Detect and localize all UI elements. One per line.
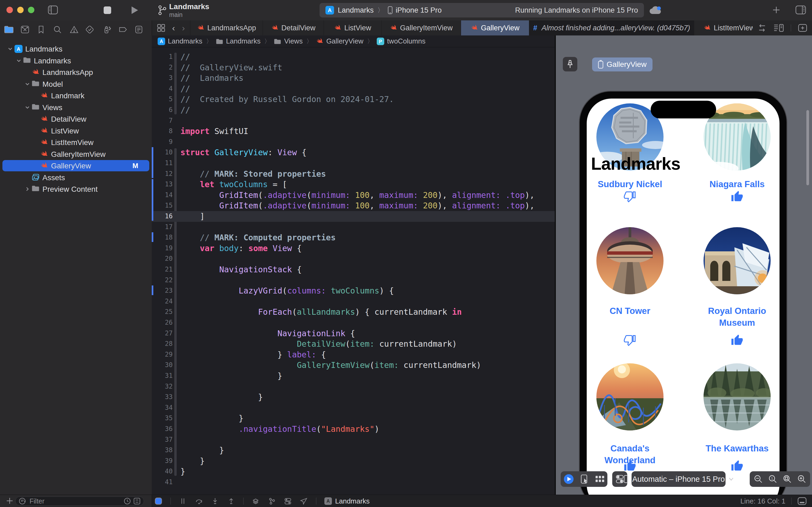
code-line-34[interactable]: 34 <box>152 402 555 413</box>
sidebar-item-galleryitemview[interactable]: GalleryItemView <box>0 148 152 160</box>
minimap-editor-options-icon[interactable] <box>773 24 784 32</box>
sidebar-item-preview-content[interactable]: Preview Content <box>0 183 152 195</box>
sidebar-item-detailview[interactable]: DetailView <box>0 113 152 125</box>
code-line-5[interactable]: 5// Created by Russell Gordon on 2024-01… <box>152 94 555 105</box>
running-app-label[interactable]: ALandmarks <box>325 497 370 505</box>
code-line-41[interactable]: 41 <box>152 477 555 488</box>
sidebar-item-listitemview[interactable]: ListItemView <box>0 136 152 148</box>
memory-graph-button[interactable] <box>268 497 276 505</box>
landmark-photo-cn-tower[interactable] <box>596 227 663 294</box>
code-line-23[interactable]: 23 LazyVGrid(columns: twoColumns) { <box>152 285 555 296</box>
scheme-project[interactable]: Landmarks <box>338 6 374 14</box>
disclosure-down-icon[interactable] <box>25 81 31 87</box>
breadcrumb-landmarks[interactable]: Landmarks <box>216 37 261 45</box>
code-line-14[interactable]: 14 GridItem(.adaptive(minimum: 100, maxi… <box>152 190 555 201</box>
code-line-21[interactable]: 21 NavigationStack { <box>152 264 555 275</box>
code-line-26[interactable]: 26 <box>152 318 555 328</box>
landmark-photo-the-kawarthas[interactable] <box>703 363 771 431</box>
breadcrumb-landmarks[interactable]: ALandmarks <box>158 37 202 45</box>
swap-editor-icon[interactable] <box>757 24 767 32</box>
related-items-icon[interactable] <box>157 24 165 32</box>
sidebar-item-landmarks[interactable]: ALandmarks <box>0 43 152 55</box>
step-over-button[interactable] <box>195 497 203 505</box>
scheme-device[interactable]: iPhone 15 Pro <box>396 6 442 14</box>
code-line-18[interactable]: 18 // MARK: Computed properties <box>152 232 555 243</box>
pin-preview-button[interactable] <box>563 57 577 71</box>
preview-target-chip[interactable]: GalleryView <box>592 57 652 71</box>
code-line-36[interactable]: 36 .navigationTitle("Landmarks") <box>152 424 555 435</box>
disclosure-down-icon[interactable] <box>16 58 22 64</box>
code-line-35[interactable]: 35 } <box>152 413 555 424</box>
add-editor-button[interactable] <box>798 24 807 32</box>
sidebar-toggle-icon[interactable] <box>48 5 58 14</box>
landmark-photo-canada-s-wonderland[interactable] <box>596 363 663 431</box>
code-line-38[interactable]: 38 } <box>152 445 555 456</box>
landmark-name-cn-tower[interactable]: CN Tower <box>588 305 672 317</box>
activity-scheme-bar[interactable]: A Landmarks 〉 iPhone 15 Pro Running Land… <box>320 3 644 17</box>
code-line-17[interactable]: 17 <box>152 222 555 233</box>
add-file-button[interactable] <box>6 497 13 505</box>
code-line-31[interactable]: 31 } <box>152 371 555 381</box>
navigator-issues-icon[interactable] <box>69 25 79 34</box>
landmark-name-sudbury-nickel[interactable]: Sudbury Nickel <box>588 178 672 190</box>
navigator-reports-icon[interactable] <box>134 25 143 34</box>
code-line-22[interactable]: 22 <box>152 275 555 286</box>
sidebar-item-galleryview[interactable]: GalleryViewM <box>0 160 152 172</box>
tab-galleryitemview[interactable]: GalleryItemView <box>382 20 461 36</box>
breakpoints-toggle[interactable] <box>155 497 163 505</box>
code-line-13[interactable]: 13 let twoColumns = [ <box>152 179 555 190</box>
run-button[interactable] <box>131 6 138 14</box>
navigator-find-icon[interactable] <box>53 25 62 34</box>
forward-button[interactable]: › <box>182 23 185 33</box>
navigator-project-icon[interactable] <box>4 25 13 34</box>
sidebar-item-landmarksapp[interactable]: LandmarksApp <box>0 66 152 78</box>
zoom-out-icon[interactable] <box>754 475 763 484</box>
selectable-preview-button[interactable] <box>581 474 588 484</box>
disclosure-down-icon[interactable] <box>7 46 13 52</box>
sidebar-item-views[interactable]: Views <box>0 102 152 113</box>
code-line-30[interactable]: 30 GalleryItemView(item: currentLandmark… <box>152 360 555 371</box>
code-line-12[interactable]: 12 // MARK: Stored properties <box>152 169 555 179</box>
back-button[interactable]: ‹ <box>172 23 175 33</box>
landmark-name-royal-ontario-museum[interactable]: Royal Ontario Museum <box>695 305 779 329</box>
code-line-16[interactable]: 16 ] <box>152 211 555 222</box>
step-into-button[interactable] <box>211 497 219 505</box>
tab-listview[interactable]: ListView <box>324 20 382 36</box>
preview-variants-button[interactable] <box>595 475 604 483</box>
sidebar-item-landmarks[interactable]: Landmarks <box>0 55 152 67</box>
pause-button[interactable] <box>179 497 187 505</box>
landmark-name-the-kawarthas[interactable]: The Kawarthas <box>695 443 779 454</box>
code-line-11[interactable]: 11 <box>152 158 555 169</box>
device-settings-button[interactable] <box>616 474 624 484</box>
code-line-9[interactable]: 9 <box>152 137 555 148</box>
code-line-25[interactable]: 25 ForEach(allLandmarks) { currentLandma… <box>152 307 555 318</box>
view-debugger-button[interactable] <box>251 497 259 505</box>
sidebar-item-listview[interactable]: ListView <box>0 125 152 137</box>
code-line-29[interactable]: 29 } label: { <box>152 349 555 360</box>
sidebar-item-model[interactable]: Model <box>0 78 152 90</box>
code-line-8[interactable]: 8import SwiftUI <box>152 126 555 137</box>
tab-almost-finished-adding-alleryview-d0475b7-[interactable]: #Almost finished adding...alleryView. (d… <box>529 20 694 36</box>
code-line-19[interactable]: 19 var body: some View { <box>152 243 555 254</box>
breadcrumb-twocolumns[interactable]: PtwoColumns <box>377 37 425 45</box>
simulate-location-button[interactable] <box>300 497 308 505</box>
step-out-button[interactable] <box>227 497 235 505</box>
code-line-7[interactable]: 7 <box>152 115 555 126</box>
code-line-28[interactable]: 28 DetailView(item: currentLandmark) <box>152 339 555 349</box>
breadcrumb-galleryview[interactable]: GalleryView <box>316 37 363 45</box>
sidebar-item-assets[interactable]: Assets <box>0 172 152 183</box>
code-line-27[interactable]: 27 NavigationLink { <box>152 328 555 339</box>
tab-galleryview[interactable]: GalleryView <box>461 20 529 36</box>
live-preview-button[interactable] <box>564 474 574 484</box>
code-line-3[interactable]: 3// Landmarks <box>152 73 555 83</box>
code-line-33[interactable]: 33 } <box>152 392 555 402</box>
code-line-6[interactable]: 6// <box>152 105 555 115</box>
landmark-photo-royal-ontario-museum[interactable] <box>703 227 771 294</box>
tab-landmarksapp[interactable]: LandmarksApp <box>190 20 263 36</box>
stop-button[interactable] <box>104 6 111 14</box>
source-editor[interactable]: 1//2// GalleryView.swift3// Landmarks4//… <box>152 47 555 495</box>
zoom-in-icon[interactable] <box>798 475 806 484</box>
zoom-fit-icon[interactable] <box>783 475 792 484</box>
code-line-15[interactable]: 15 GridItem(.adaptive(minimum: 100, maxi… <box>152 200 555 211</box>
breadcrumb-views[interactable]: Views <box>274 37 303 45</box>
